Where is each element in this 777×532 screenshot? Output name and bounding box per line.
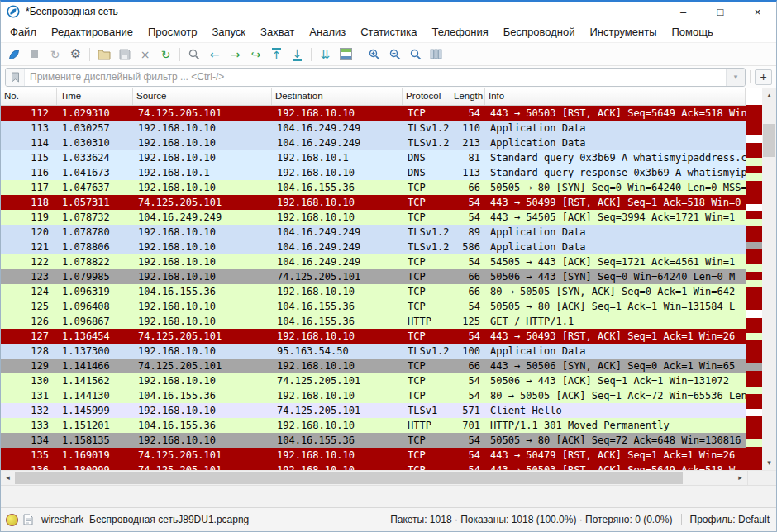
menu-item-3[interactable]: Запуск: [204, 26, 253, 38]
packet-row-134[interactable]: 1341.158135192.168.10.10104.16.155.36TCP…: [1, 433, 746, 448]
packet-row-130[interactable]: 1301.141562192.168.10.1074.125.205.101TC…: [1, 373, 746, 388]
menu-item-6[interactable]: Статистика: [353, 26, 424, 38]
add-filter-button[interactable]: +: [755, 69, 772, 85]
menu-item-8[interactable]: Беспроводной: [496, 26, 583, 38]
wireshark-logo-icon: [7, 5, 20, 18]
open-file-button[interactable]: [94, 45, 113, 64]
column-header-destination[interactable]: Destination: [272, 88, 403, 105]
scroll-right-icon[interactable]: ▸: [733, 471, 747, 485]
column-header-info[interactable]: Info: [485, 88, 746, 105]
go-forward-button[interactable]: →: [226, 45, 245, 64]
packet-row-118[interactable]: 1181.05731174.125.205.101192.168.10.10TC…: [1, 195, 746, 210]
column-header-time[interactable]: Time: [57, 88, 133, 105]
packet-row-116[interactable]: 1161.041673192.168.10.1192.168.10.10DNS1…: [1, 165, 746, 180]
packet-row-114[interactable]: 1141.030310192.168.10.10104.16.249.249TL…: [1, 135, 746, 150]
scroll-left-icon[interactable]: ◂: [1, 471, 15, 485]
display-filter-field[interactable]: ▾: [5, 68, 746, 87]
maximize-button[interactable]: □: [702, 2, 739, 21]
packet-list-pane: No.TimeSourceDestinationProtocolLengthIn…: [1, 88, 776, 470]
menu-item-1[interactable]: Редактирование: [44, 26, 141, 38]
packet-row-112[interactable]: 1121.02931074.125.205.101192.168.10.10TC…: [1, 106, 746, 121]
close-button[interactable]: ×: [739, 2, 776, 21]
display-filter-input[interactable]: [25, 69, 726, 86]
resize-columns-button[interactable]: [427, 45, 446, 64]
packet-row-119[interactable]: 1191.078732104.16.249.249192.168.10.10TC…: [1, 210, 746, 225]
menu-item-10[interactable]: Помощь: [665, 26, 721, 38]
vertical-scroll-track[interactable]: [762, 102, 776, 456]
packet-row-132[interactable]: 1321.145999192.168.10.1074.125.205.101TL…: [1, 403, 746, 418]
packet-row-121[interactable]: 1211.078806192.168.10.10104.16.249.249TL…: [1, 240, 746, 254]
go-to-packet-button[interactable]: ↪: [246, 45, 265, 64]
menu-item-9[interactable]: Инструменты: [582, 26, 664, 38]
menu-item-5[interactable]: Анализ: [302, 26, 353, 38]
packet-row-126[interactable]: 1261.096867192.168.10.10104.16.155.36HTT…: [1, 314, 746, 329]
stop-capture-button[interactable]: [25, 45, 44, 64]
cell-no: 114: [1, 135, 57, 150]
column-header-protocol[interactable]: Protocol: [403, 88, 450, 105]
packet-row-133[interactable]: 1331.151201104.16.155.36192.168.10.10HTT…: [1, 418, 746, 433]
packet-row-123[interactable]: 1231.079985192.168.10.1074.125.205.101TC…: [1, 269, 746, 284]
packet-row-135[interactable]: 1351.16901974.125.205.101192.168.10.10TC…: [1, 448, 746, 463]
cell-time: 1.151201: [57, 418, 133, 433]
cell-dst: 192.168.10.10: [272, 106, 403, 121]
cell-src: 74.125.205.101: [133, 329, 272, 344]
menu-item-0[interactable]: Файл: [2, 26, 44, 38]
minimize-button[interactable]: –: [665, 2, 702, 21]
vertical-scroll-thumb[interactable]: [763, 124, 775, 157]
capture-options-button[interactable]: ⚙: [66, 45, 85, 64]
scroll-up-icon[interactable]: ▴: [762, 88, 776, 102]
menu-item-2[interactable]: Просмотр: [141, 26, 204, 38]
cell-src: 104.16.155.36: [133, 418, 272, 433]
menu-item-4[interactable]: Захват: [253, 26, 302, 38]
horizontal-scroll-thumb[interactable]: [15, 472, 683, 484]
packet-minimap[interactable]: [746, 105, 762, 470]
profile-label[interactable]: Профиль: Default: [690, 514, 770, 525]
column-header-source[interactable]: Source: [133, 88, 272, 105]
packet-row-127[interactable]: 1271.13645474.125.205.101192.168.10.10TC…: [1, 329, 746, 344]
minimap-segment: [746, 128, 762, 135]
expert-info-icon[interactable]: [6, 514, 18, 526]
zoom-out-button[interactable]: [385, 45, 404, 64]
column-header-length[interactable]: Length: [450, 88, 485, 105]
cell-len: 66: [450, 269, 485, 284]
packet-row-124[interactable]: 1241.096319104.16.155.36192.168.10.10TCP…: [1, 284, 746, 299]
cell-proto: TCP: [403, 210, 450, 225]
close-file-button[interactable]: ×: [136, 45, 155, 64]
find-packet-button[interactable]: [184, 45, 203, 64]
stop-icon: [31, 50, 38, 58]
column-header-no[interactable]: No.: [1, 88, 57, 105]
packet-row-125[interactable]: 1251.096408192.168.10.10104.16.155.36TCP…: [1, 299, 746, 314]
cell-dst: 104.16.249.249: [272, 240, 403, 254]
cell-len: 66: [450, 180, 485, 195]
packet-row-136[interactable]: 1361.18099974.125.205.101192.168.10.10TC…: [1, 463, 746, 470]
packet-row-120[interactable]: 1201.078780192.168.10.10104.16.249.249TL…: [1, 225, 746, 240]
start-capture-button[interactable]: [4, 45, 23, 64]
statusbar-left: wireshark_Беспроводная сетьJ89DU1.pcapng: [6, 514, 249, 526]
auto-scroll-button[interactable]: ⇊: [316, 45, 335, 64]
horizontal-scroll-track[interactable]: [15, 471, 733, 485]
capture-comment-icon[interactable]: [23, 514, 33, 525]
packet-row-122[interactable]: 1221.078822192.168.10.10104.16.249.249TC…: [1, 254, 746, 269]
horizontal-scrollbar[interactable]: ◂ ▸: [1, 470, 776, 485]
zoom-reset-button[interactable]: [406, 45, 425, 64]
save-file-button[interactable]: [115, 45, 134, 64]
zoom-in-button[interactable]: [365, 45, 384, 64]
packet-row-117[interactable]: 1171.047637192.168.10.10104.16.155.36TCP…: [1, 180, 746, 195]
menu-item-7[interactable]: Телефония: [424, 26, 495, 38]
filter-bookmark-icon[interactable]: [6, 69, 25, 86]
packet-row-113[interactable]: 1131.030257192.168.10.10104.16.249.249TL…: [1, 121, 746, 135]
vertical-scrollbar[interactable]: ▴ ▾: [762, 88, 776, 470]
restart-capture-button[interactable]: ↻: [45, 45, 64, 64]
last-packet-button[interactable]: ↓: [288, 45, 307, 64]
packet-row-131[interactable]: 1311.144130104.16.155.36192.168.10.10TCP…: [1, 388, 746, 403]
colorize-button[interactable]: [336, 45, 355, 64]
scroll-down-icon[interactable]: ▾: [762, 456, 776, 470]
first-packet-button[interactable]: ↑: [267, 45, 286, 64]
packet-row-129[interactable]: 1291.14146674.125.205.101192.168.10.10TC…: [1, 359, 746, 373]
packet-row-128[interactable]: 1281.137300192.168.10.1095.163.54.50TLSv…: [1, 344, 746, 359]
packet-row-115[interactable]: 1151.033624192.168.10.10192.168.10.1DNS8…: [1, 150, 746, 165]
reload-button[interactable]: ↻: [156, 45, 175, 64]
cell-info: Application Data: [485, 240, 746, 254]
filter-history-dropdown-icon[interactable]: ▾: [726, 69, 745, 86]
go-back-button[interactable]: ←: [205, 45, 224, 64]
